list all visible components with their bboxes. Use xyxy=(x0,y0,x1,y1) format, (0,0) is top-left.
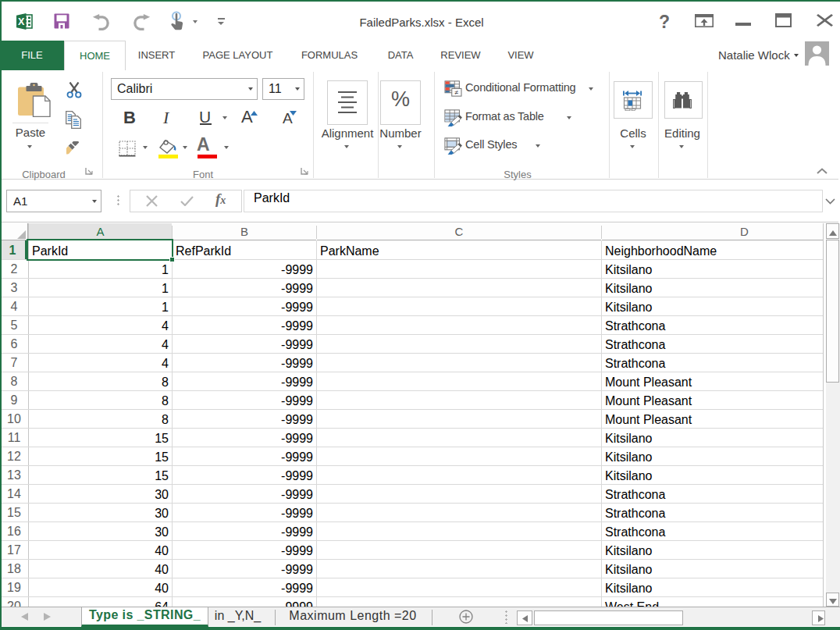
svg-text:X: X xyxy=(18,16,25,27)
svg-text:≠: ≠ xyxy=(454,88,458,96)
